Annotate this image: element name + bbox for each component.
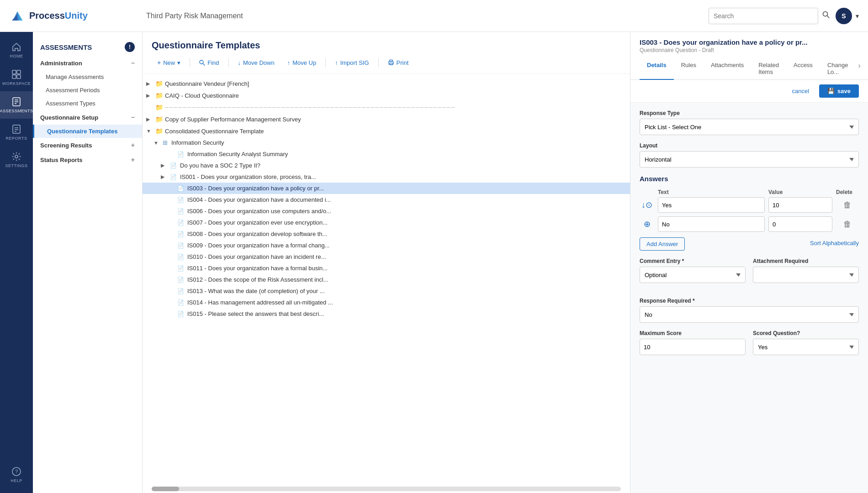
right-panel-content: Response Type Pick List - Select One Pic…: [630, 103, 868, 493]
search-button[interactable]: [822, 10, 830, 21]
import-sig-button[interactable]: ↑ Import SIG: [329, 57, 374, 69]
print-button[interactable]: Print: [382, 57, 414, 69]
tabs-more-icon[interactable]: ›: [855, 58, 863, 80]
delete-answer-no[interactable]: 🗑: [836, 220, 859, 229]
tree-toggle[interactable]: ▶: [146, 81, 153, 87]
max-score-input[interactable]: [640, 339, 746, 355]
save-button[interactable]: 💾 save: [819, 84, 859, 98]
tree-item[interactable]: ▶ 📁 Copy of Supplier Performance Managem…: [143, 113, 630, 125]
tab-change-log[interactable]: Change Lo...: [820, 58, 856, 80]
save-icon: 💾: [827, 88, 835, 94]
tree-toggle[interactable]: ▼: [153, 140, 161, 146]
right-panel-subtitle: Questionnaire Question - Draft: [640, 47, 859, 53]
nav-item-assessment-periods[interactable]: Assessment Periods: [33, 84, 142, 97]
attachment-required-select[interactable]: Required Optional: [753, 267, 859, 283]
tree-item[interactable]: ▶ 📁 CAIQ - Cloud Questionnaire: [143, 89, 630, 101]
answer-add-button-no[interactable]: ⊕: [640, 219, 654, 229]
delete-answer-yes[interactable]: 🗑: [836, 200, 859, 210]
scored-question-select[interactable]: Yes No: [753, 339, 859, 355]
doc-icon: 📄: [177, 311, 184, 317]
nav-badge: !: [125, 42, 135, 52]
answer-down-button-yes[interactable]: ↓⊙: [640, 200, 654, 210]
user-avatar[interactable]: S: [836, 8, 852, 24]
nav-section-questionnaire-setup[interactable]: Questionnaire Setup −: [33, 110, 142, 125]
nav-item-manage-assessments[interactable]: Manage Assessments: [33, 70, 142, 84]
answer-text-no[interactable]: [658, 216, 765, 232]
tab-attachments[interactable]: Attachments: [704, 58, 751, 80]
move-up-button[interactable]: ↑ Move Up: [282, 57, 322, 69]
toolbar-separator-2: [228, 58, 229, 67]
sidebar-item-help[interactable]: ? HELP: [0, 461, 33, 488]
tree-item[interactable]: ▶ 📁 Questionnaire Vendeur [French]: [143, 78, 630, 89]
center-panel: Questionnaire Templates + New ▾ Find ↓ M…: [143, 32, 630, 493]
response-type-label: Response Type: [640, 110, 859, 116]
tree-item[interactable]: 📄 IS007 - Does your organization ever us…: [143, 217, 630, 228]
search-bar: [709, 8, 830, 24]
answer-value-no[interactable]: [768, 216, 832, 232]
tree-item[interactable]: ▼ ⊞ Information Security: [143, 137, 630, 148]
horizontal-scrollbar[interactable]: [152, 487, 621, 491]
tree-item[interactable]: 📄 IS015 - Please select the answers that…: [143, 308, 630, 320]
tree-toggle[interactable]: ▶: [161, 174, 168, 180]
tree-item[interactable]: 📄 IS006 - Does your organization use com…: [143, 205, 630, 217]
nav-item-assessment-types[interactable]: Assessment Types: [33, 97, 142, 110]
sidebar-item-workspace[interactable]: WORKSPACE: [0, 64, 33, 91]
sidebar-item-reports[interactable]: REPORTS: [0, 119, 33, 146]
doc-icon: 📄: [177, 277, 184, 283]
response-type-select[interactable]: Pick List - Select One Pick List - Selec…: [640, 119, 859, 135]
folder-icon: 📁: [155, 92, 163, 99]
nav-section-administration[interactable]: Administration −: [33, 56, 142, 70]
tree-item[interactable]: 📄 IS004 - Does your organization have a …: [143, 194, 630, 205]
logo-area: ProcessUnity: [9, 8, 137, 24]
sidebar-item-home[interactable]: HOME: [0, 37, 33, 64]
nav-section-status-reports[interactable]: Status Reports +: [33, 152, 142, 167]
answer-text-yes[interactable]: [658, 197, 765, 213]
sidebar-item-settings[interactable]: SETTINGS: [0, 146, 33, 173]
tree-item[interactable]: 📄 IS011 - Does your organization have a …: [143, 262, 630, 274]
tree-item[interactable]: ▶ 📄 Do you have a SOC 2 Type II?: [143, 160, 630, 171]
doc-icon: 📄: [170, 174, 177, 180]
tree-item[interactable]: 📄 IS008 - Does your organization develop…: [143, 228, 630, 240]
user-area: S ▾: [836, 8, 859, 24]
response-required-select[interactable]: No Yes: [640, 306, 859, 323]
tree-toggle[interactable]: ▼: [146, 128, 153, 134]
layout-select[interactable]: Horizontal Vertical: [640, 151, 859, 168]
tree-item-selected[interactable]: 📄 IS003 - Does your organization have a …: [143, 183, 630, 194]
answer-row-yes: ↓⊙ 🗑: [640, 197, 859, 213]
comment-entry-select[interactable]: Optional Required Hidden: [640, 267, 746, 283]
answer-value-yes[interactable]: [768, 197, 832, 213]
tree-item[interactable]: 📄 IS010 - Does your organization have an…: [143, 251, 630, 262]
toolbar-separator-4: [378, 58, 379, 67]
tree-item[interactable]: 📄 IS009 - Does your organization have a …: [143, 240, 630, 251]
tree-item[interactable]: 📄 IS012 - Does the scope of the Risk Ass…: [143, 274, 630, 285]
tree-item[interactable]: 📄 Information Security Analyst Summary: [143, 148, 630, 160]
tree-toggle[interactable]: ▶: [146, 116, 153, 122]
tree-item[interactable]: 📄 IS014 - Has management addressed all u…: [143, 297, 630, 308]
sidebar-item-assessments[interactable]: ASSESSMENTS: [0, 91, 33, 119]
tree-toggle[interactable]: ▶: [161, 163, 168, 168]
tree-item[interactable]: ▶ 📄 IS001 - Does your organization store…: [143, 171, 630, 183]
tab-access[interactable]: Access: [786, 58, 820, 80]
tab-details[interactable]: Details: [640, 58, 674, 80]
tree-item[interactable]: 📄 IS013 - What was the date (of completi…: [143, 285, 630, 297]
panel-header: Questionnaire Templates + New ▾ Find ↓ M…: [143, 32, 630, 74]
move-down-button[interactable]: ↓ Move Down: [233, 57, 280, 69]
find-button[interactable]: Find: [194, 57, 224, 69]
new-button[interactable]: + New ▾: [152, 56, 186, 69]
search-input[interactable]: [709, 8, 818, 24]
tab-related-items[interactable]: Related Items: [751, 58, 786, 80]
scrollbar-thumb[interactable]: [152, 487, 179, 491]
attachment-required-group: Attachment Required Required Optional: [753, 258, 859, 283]
user-chevron-icon[interactable]: ▾: [856, 12, 859, 20]
sort-alphabetically-link[interactable]: Sort Alphabetically: [810, 240, 859, 246]
add-answer-button[interactable]: Add Answer: [640, 237, 685, 251]
tab-rules[interactable]: Rules: [674, 58, 704, 80]
cancel-button[interactable]: cancel: [787, 85, 815, 97]
tree-item[interactable]: ▼ 📁 Consolidated Questionnaire Template: [143, 125, 630, 137]
max-score-label: Maximum Score: [640, 330, 746, 336]
nav-section-screening-results[interactable]: Screening Results +: [33, 138, 142, 152]
nav-item-questionnaire-templates[interactable]: Questionnaire Templates: [33, 125, 142, 138]
answer-row-no: ⊕ 🗑: [640, 216, 859, 232]
tree-toggle[interactable]: ▶: [146, 93, 153, 99]
svg-rect-5: [12, 70, 16, 74]
